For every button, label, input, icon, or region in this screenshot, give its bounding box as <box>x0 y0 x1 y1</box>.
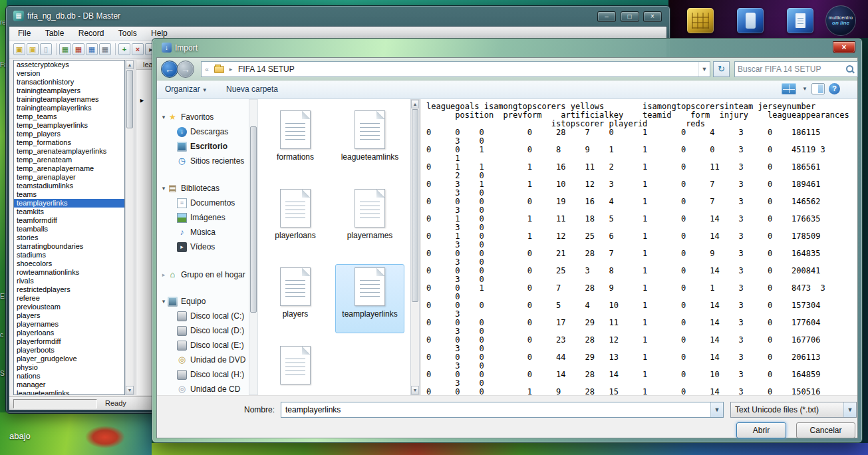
chevron-down-icon[interactable]: ▼ <box>802 86 807 92</box>
open-button[interactable]: Abrir <box>736 422 786 438</box>
back-button[interactable]: ← <box>161 61 178 78</box>
open-database-icon[interactable] <box>13 43 25 55</box>
expander-icon[interactable] <box>160 181 168 196</box>
expander-icon[interactable] <box>160 110 168 124</box>
table-list-item[interactable]: playerformdiff <box>14 337 124 346</box>
db-master-window-title[interactable]: fifa_ng_db.db - DB Master <box>27 11 120 21</box>
nav-item-videos[interactable]: Vídeos <box>157 239 249 254</box>
address-dropdown-icon[interactable]: ▼ <box>698 62 710 76</box>
table-list-item[interactable]: leagueteamlinks <box>14 389 124 395</box>
save-database-icon[interactable] <box>27 43 39 55</box>
nav-item-documents[interactable]: Documentos <box>157 196 249 210</box>
file-item[interactable]: formations <box>261 107 330 176</box>
table-list-item[interactable]: temp_arenateamplayerlinks <box>14 147 124 156</box>
table-properties-icon[interactable] <box>86 43 98 55</box>
nav-item-dvd-drive[interactable]: Unidad de DVD <box>157 353 249 367</box>
table-list-item[interactable]: referee <box>14 294 124 303</box>
scrollbar-thumb[interactable] <box>126 70 133 128</box>
expander-icon[interactable] <box>160 267 168 282</box>
table-list-item[interactable]: starratingboundaries <box>14 242 124 251</box>
table-list-item[interactable]: stories <box>14 233 124 242</box>
table-list-item[interactable]: teamballs <box>14 225 124 233</box>
table-list-scrollbar[interactable]: ▲ ▼ <box>125 60 134 395</box>
menu-tools[interactable]: Tools <box>112 27 143 40</box>
scroll-up-arrow[interactable]: ▲ <box>126 61 134 69</box>
nav-pane-scrollbar[interactable] <box>249 99 258 395</box>
table-list-item[interactable]: temp_teamplayerlinks <box>14 121 124 130</box>
table-list-item[interactable]: teamplayerlinks <box>14 199 124 208</box>
table-list-item[interactable]: temp_arenaplayer <box>14 173 124 182</box>
table-list-item[interactable]: nations <box>14 372 124 380</box>
table-list-item[interactable]: playernames <box>14 320 124 329</box>
file-item[interactable]: leagueteamlinks <box>335 107 404 176</box>
table-list-item[interactable]: temp_arenateam <box>14 156 124 164</box>
table-list-item[interactable]: stadiums <box>14 251 124 259</box>
nav-item-disk-c[interactable]: Disco local (C:) <box>157 309 249 323</box>
nav-item-pictures[interactable]: Imágenes <box>157 210 249 225</box>
table-list-item[interactable]: trainingteamplayernames <box>14 95 124 104</box>
table-list-item[interactable]: physio <box>14 363 124 372</box>
table-list-item[interactable]: version <box>14 69 124 78</box>
table-list-item[interactable]: transactionhistory <box>14 78 124 86</box>
table-list-item[interactable]: teamformdiff <box>14 216 124 225</box>
current-folder-crumb[interactable]: FIFA 14 SETUP <box>235 65 297 74</box>
table-list-item[interactable]: playerloans <box>14 329 124 337</box>
table-list-item[interactable]: temp_formations <box>14 138 124 147</box>
table-list-item[interactable]: teams <box>14 190 124 199</box>
nav-item-desktop[interactable]: Escritorio <box>157 139 249 154</box>
scroll-up-arrow[interactable]: ▲ <box>411 100 419 108</box>
expander-icon[interactable] <box>160 294 168 309</box>
export-table-icon[interactable] <box>72 43 84 55</box>
grid-app-icon[interactable] <box>687 8 714 33</box>
filename-combobox[interactable]: ▼ <box>281 402 724 418</box>
table-list-item[interactable]: teamkits <box>14 208 124 216</box>
table-view-icon[interactable] <box>99 43 111 55</box>
filetype-dropdown[interactable]: Text Unicode files (*.txt) ▼ <box>730 402 857 418</box>
table-list-item[interactable]: previousteam <box>14 303 124 311</box>
menu-table[interactable]: Table <box>39 27 71 40</box>
nav-item-downloads[interactable]: Descargas <box>157 124 249 139</box>
nav-item-recent-places[interactable]: Sitios recientes <box>157 154 249 168</box>
file-item[interactable]: playerloans <box>261 186 330 255</box>
chevron-down-icon[interactable]: ▼ <box>710 402 723 417</box>
minimize-button[interactable]: – <box>597 11 616 22</box>
add-record-icon[interactable] <box>118 43 130 55</box>
table-list-item[interactable]: shoecolors <box>14 259 124 268</box>
file-item[interactable]: playernames <box>335 186 404 255</box>
nav-section-computer[interactable]: Equipo <box>157 294 249 309</box>
scroll-down-arrow[interactable]: ▼ <box>411 386 419 394</box>
close-icon[interactable]: × <box>833 41 855 53</box>
table-list-item[interactable]: teamstadiumlinks <box>14 182 124 190</box>
preview-pane-icon[interactable] <box>811 83 825 94</box>
nav-item-disk-e[interactable]: Disco local (E:) <box>157 338 249 353</box>
cancel-button[interactable]: Cancelar <box>796 422 855 438</box>
table-list-item[interactable]: rowteamnationlinks <box>14 268 124 277</box>
delete-record-icon[interactable] <box>132 43 144 55</box>
help-icon[interactable] <box>829 83 840 94</box>
nav-item-cd-drive[interactable]: Unidad de CD <box>157 382 249 395</box>
scroll-down-arrow[interactable]: ▼ <box>126 386 134 394</box>
nav-section-homegroup[interactable]: Grupo en el hogar <box>157 267 249 282</box>
nav-section-favorites[interactable]: Favoritos <box>157 110 249 124</box>
chevron-down-icon[interactable]: ▼ <box>843 402 856 417</box>
new-page-icon[interactable] <box>40 43 52 55</box>
table-list-item[interactable]: players <box>14 311 124 320</box>
breadcrumb[interactable]: « ▸ FIFA 14 SETUP ▼ <box>201 61 710 77</box>
table-list-item[interactable]: temp_arenaplayername <box>14 164 124 173</box>
table-list-item[interactable]: assetcryptokeys <box>14 61 124 69</box>
phone-app-icon[interactable] <box>737 8 764 33</box>
scrollbar-thumb[interactable] <box>250 126 257 313</box>
new-folder-button[interactable]: Nueva carpeta <box>226 84 278 94</box>
import-table-icon[interactable] <box>59 43 71 55</box>
filename-input[interactable] <box>281 405 710 414</box>
table-list-item[interactable]: rivals <box>14 277 124 285</box>
scrollbar-thumb[interactable] <box>412 109 418 302</box>
table-list-item[interactable]: restrictedplayers <box>14 285 124 294</box>
table-list-item[interactable]: temp_players <box>14 130 124 138</box>
nav-item-music[interactable]: Música <box>157 225 249 239</box>
file-item[interactable] <box>261 343 330 395</box>
forward-button[interactable]: → <box>177 61 194 78</box>
change-view-icon[interactable] <box>782 83 796 94</box>
multicentro-logo[interactable]: multicentro on line <box>825 5 856 36</box>
organize-button[interactable]: Organizar▼ <box>165 84 208 94</box>
